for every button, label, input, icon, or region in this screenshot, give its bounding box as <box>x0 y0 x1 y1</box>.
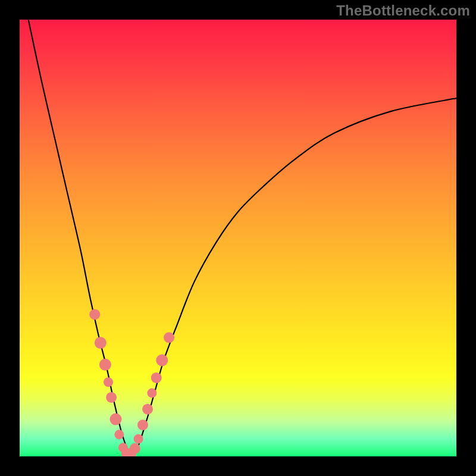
bead-marker <box>137 419 148 430</box>
bead-marker <box>114 430 124 439</box>
bead-marker <box>130 443 140 454</box>
bead-marker <box>109 414 121 425</box>
chart-svg <box>20 20 456 456</box>
chart-frame: TheBottleneck.com <box>0 0 476 476</box>
bead-group <box>89 309 174 456</box>
bead-marker <box>151 372 162 383</box>
bead-marker <box>104 377 113 387</box>
bead-marker <box>147 389 156 398</box>
bead-marker <box>134 434 143 444</box>
bead-marker <box>89 309 100 320</box>
bead-marker <box>106 392 117 403</box>
plot-area <box>20 20 456 456</box>
watermark-text: TheBottleneck.com <box>336 2 470 19</box>
bead-marker <box>164 332 174 343</box>
bead-marker <box>95 337 107 349</box>
bead-marker <box>156 355 168 367</box>
bead-marker <box>142 404 153 415</box>
bottleneck-curve <box>29 20 456 456</box>
bead-marker <box>99 359 111 371</box>
